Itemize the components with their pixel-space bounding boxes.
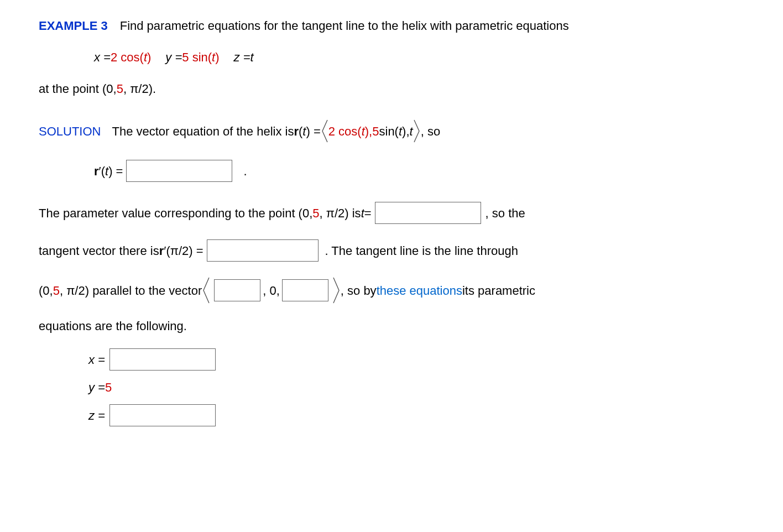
at-point-prefix: at the point (0, [39,80,117,98]
angle-bracket-close-icon [332,277,341,304]
header-row: EXAMPLE 3 Find parametric equations for … [39,17,744,35]
param-five: 5 [312,204,319,222]
parallel-after2: its parametric [462,281,535,300]
eq-z-t: t [250,48,254,66]
parallel-after1: , so by [341,281,377,300]
tangent-vector-input[interactable] [207,239,319,262]
angle-bracket-close-icon [413,118,421,144]
answer-x-label: x = [88,351,105,369]
tangent-arg: π/2 [170,242,189,260]
eqs-following-row: equations are the following. [39,317,744,335]
vec-5: 5 [372,122,379,140]
parallel-row: (0, 5 , π/2) parallel to the vector , 0,… [39,277,744,304]
vec-close2: ), [402,122,409,140]
rprime-row: r ′ ( t ) = . [39,160,744,182]
answer-z-label: z = [88,406,105,425]
answer-y-label: y = [88,378,105,397]
at-point-row: at the point (0, 5 , π/2). [39,80,744,98]
solution-label: SOLUTION [39,122,101,140]
eq-x-close: ) [147,48,151,66]
at-point-five: 5 [117,80,123,98]
parallel-five: 5 [53,281,60,300]
eq-x-var: x = [94,48,111,66]
param-a: The parameter value corresponding to the… [39,204,312,222]
tangent-close: ) = [189,242,203,260]
answer-z-row: z = [39,404,744,426]
solution-r: r [294,122,299,140]
answer-z-input[interactable] [109,404,216,426]
tangent-a: tangent vector there is [39,242,159,260]
rprime-r: r [94,162,99,180]
param-row: The parameter value corresponding to the… [39,202,744,224]
solution-after: , so [421,122,440,140]
tangent-after: . The tangent line is the line through [325,242,518,260]
answer-x-input[interactable] [109,348,216,371]
answer-y-row: y = 5 [39,378,744,397]
tangent-r: r [159,242,164,260]
tangent-row: tangent vector there is r ′ ( π/2 ) = . … [39,239,744,262]
solution-eq: ) = [306,122,320,140]
rprime-dot: . [243,162,247,180]
parallel-a2: , π/2) parallel to the vector [60,281,202,300]
vec-2cos: 2 cos( [328,122,362,140]
rprime-input[interactable] [126,160,232,182]
eq-y-coef: 5 sin( [182,48,212,66]
vector-comp1-input[interactable] [214,279,260,301]
rprime-open: ( [101,162,105,180]
parametric-equations: x = 2 cos( t ) y = 5 sin( t ) z = t [39,48,744,66]
angle-bracket-open-icon [321,118,328,144]
tangent-open: ( [166,242,170,260]
problem-text: Find parametric equations for the tangen… [120,17,569,35]
eq-z-var: z = [234,48,250,66]
eq-x-coef: 2 cos( [111,48,144,66]
rprime-close: ) = [108,162,123,180]
solution-text-a: The vector equation of the helix is [112,122,294,140]
solution-open: ( [299,122,302,140]
eq-y-close: ) [215,48,219,66]
param-eq: = [364,204,372,222]
vec-close1: ), [365,122,372,140]
parallel-a1: (0, [39,281,53,300]
at-point-suffix: , π/2). [123,80,156,98]
angle-bracket-open-icon [202,277,211,304]
eq-y-var: y = [165,48,182,66]
example-label: EXAMPLE 3 [39,17,108,35]
eqs-following-text: equations are the following. [39,317,187,335]
param-b: , π/2) is [320,204,361,222]
parallel-comma0: , 0, [263,281,280,300]
answer-y-value: 5 [105,378,112,397]
vector-comp3-input[interactable] [282,279,328,301]
solution-row: SOLUTION The vector equation of the heli… [39,118,744,144]
param-after: , so the [486,204,525,222]
vec-sin: sin( [379,122,399,140]
param-t-input[interactable] [375,202,481,224]
answer-x-row: x = [39,348,744,371]
these-equations-link[interactable]: these equations [377,281,462,300]
